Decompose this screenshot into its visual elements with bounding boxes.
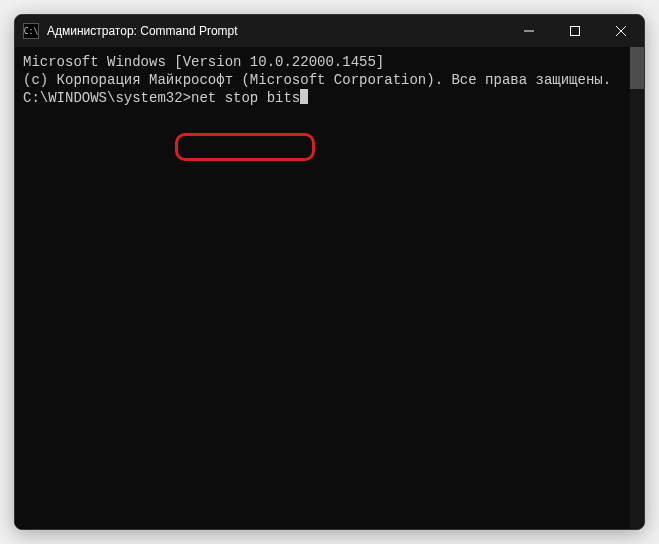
window-controls [506, 15, 644, 47]
minimize-button[interactable] [506, 15, 552, 47]
vertical-scrollbar[interactable] [630, 47, 644, 529]
minimize-icon [524, 26, 534, 36]
cmd-window: C:\ Администратор: Command Prompt [14, 14, 645, 530]
prompt-path: C:\WINDOWS\system32> [23, 89, 191, 107]
command-input[interactable]: net stop bits [191, 89, 300, 107]
scrollbar-thumb[interactable] [630, 47, 644, 89]
annotation-highlight [175, 133, 315, 161]
console-area[interactable]: Microsoft Windows [Version 10.0.22000.14… [15, 47, 644, 529]
window-title: Администратор: Command Prompt [47, 24, 238, 38]
maximize-icon [570, 26, 580, 36]
console-output-line: Microsoft Windows [Version 10.0.22000.14… [23, 53, 636, 71]
svg-rect-1 [571, 27, 580, 36]
maximize-button[interactable] [552, 15, 598, 47]
titlebar[interactable]: C:\ Администратор: Command Prompt [15, 15, 644, 47]
console-output-line: (c) Корпорация Майкрософт (Microsoft Cor… [23, 71, 636, 89]
titlebar-left: C:\ Администратор: Command Prompt [15, 23, 238, 39]
prompt-line: C:\WINDOWS\system32>net stop bits [23, 89, 636, 107]
close-button[interactable] [598, 15, 644, 47]
cmd-icon: C:\ [23, 23, 39, 39]
text-cursor [300, 89, 308, 104]
close-icon [616, 26, 626, 36]
